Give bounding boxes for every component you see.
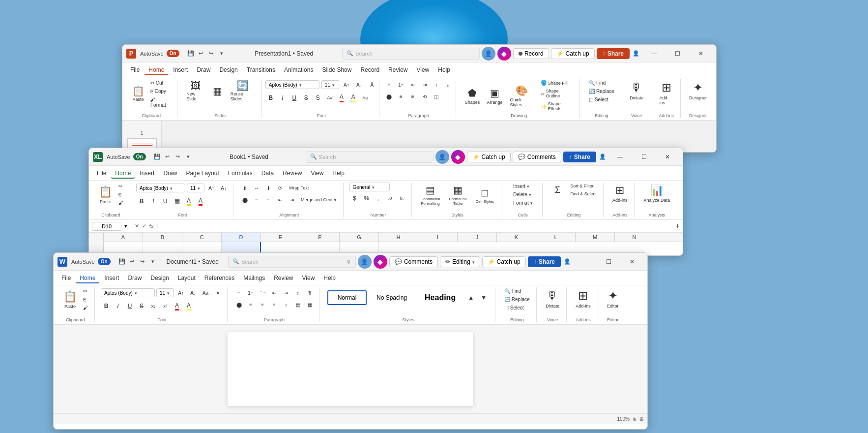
ppt-find-btn[interactable]: 🔍 Find: [586, 79, 617, 87]
xl-menu-review[interactable]: Review: [279, 168, 306, 179]
word-menu-view[interactable]: View: [298, 273, 319, 283]
ppt-menu-transitions[interactable]: Transitions: [243, 64, 279, 75]
word-save-btn[interactable]: 💾: [117, 257, 126, 266]
word-case-btn[interactable]: Aa: [200, 287, 211, 298]
ppt-char-spacing-btn[interactable]: AV: [324, 93, 335, 103]
word-style-normal[interactable]: Normal: [327, 290, 367, 305]
ppt-dictate-btn[interactable]: 🎙 Dictate: [627, 79, 646, 102]
ppt-share-btn[interactable]: ↑ Share: [597, 48, 630, 59]
xl-col-m[interactable]: M: [576, 233, 615, 242]
ppt-highlight-btn[interactable]: A: [348, 93, 359, 103]
xl-col-f[interactable]: F: [300, 233, 340, 242]
xl-find-select-btn[interactable]: Find & Select: [568, 190, 599, 197]
xl-save-btn[interactable]: 💾: [153, 153, 162, 161]
xl-center-align-btn[interactable]: ≡: [251, 194, 262, 205]
ppt-close-btn[interactable]: ✕: [690, 46, 712, 61]
word-superscript-btn[interactable]: x²: [160, 301, 171, 311]
xl-menu-file[interactable]: File: [93, 168, 110, 179]
ppt-bullets-btn[interactable]: ≡: [384, 79, 395, 90]
word-align-left-btn[interactable]: ⬤: [233, 299, 244, 310]
ppt-font-size[interactable]: 11: [321, 80, 339, 89]
word-underline-btn[interactable]: U: [124, 301, 135, 311]
xl-col-b[interactable]: B: [143, 233, 182, 242]
xl-share-btn[interactable]: ↑ Share: [563, 152, 596, 162]
xl-increase-dec-btn[interactable]: .0: [385, 193, 396, 204]
word-justify-btn[interactable]: ≡: [269, 299, 280, 310]
word-line-spacing-btn[interactable]: ↕: [281, 299, 291, 310]
ppt-line-spacing-btn[interactable]: ↕: [431, 79, 442, 90]
xl-menu-view[interactable]: View: [307, 168, 328, 179]
word-decrease-indent-btn[interactable]: ⇤: [269, 287, 280, 298]
xl-merge-btn[interactable]: Merge and Center: [298, 194, 339, 205]
word-share-btn[interactable]: ↑ Share: [528, 256, 561, 267]
xl-col-l[interactable]: L: [536, 233, 576, 242]
xl-menu-insert[interactable]: Insert: [136, 168, 158, 179]
ppt-select-btn[interactable]: ⬚ Select: [586, 96, 617, 103]
word-search-box[interactable]: 🔍 Search 🎙: [228, 256, 356, 268]
word-menu-layout[interactable]: Layout: [174, 273, 200, 283]
xl-col-g[interactable]: G: [340, 233, 379, 242]
word-zoom-icon[interactable]: ⊕: [633, 416, 637, 422]
xl-insert-fn-btn[interactable]: fx: [149, 223, 154, 229]
word-close-btn[interactable]: ✕: [621, 254, 643, 269]
ppt-cut-btn[interactable]: ✂ Cut: [148, 79, 173, 87]
xl-cell-ref[interactable]: D10: [92, 222, 121, 231]
ppt-help-btn[interactable]: 👤: [632, 49, 640, 58]
xl-italic-btn[interactable]: I: [148, 196, 159, 207]
ppt-arrange-btn[interactable]: ▣ Arrange: [484, 86, 505, 106]
ppt-menu-design[interactable]: Design: [215, 64, 241, 75]
ppt-format-painter-btn[interactable]: 🖌 Format: [148, 96, 173, 109]
xl-maximize-btn[interactable]: ☐: [633, 150, 655, 164]
ppt-decrease-indent-btn[interactable]: ⇤: [407, 79, 418, 90]
ppt-undo-btn[interactable]: ↩: [197, 49, 205, 58]
ppt-customize-btn[interactable]: ▾: [217, 49, 226, 58]
xl-grow-font-btn[interactable]: A↑: [206, 183, 217, 193]
word-styles-scroll-up[interactable]: ▲: [465, 292, 476, 303]
xl-comments-btn[interactable]: 💬 Comments: [513, 152, 561, 162]
xl-align-top-btn[interactable]: ⬆: [239, 183, 250, 193]
xl-catch-up-btn[interactable]: ⚡ Catch up: [467, 152, 511, 162]
word-menu-insert[interactable]: Insert: [100, 273, 123, 283]
word-style-nospacing[interactable]: No Spacing: [369, 290, 415, 305]
xl-menu-data[interactable]: Data: [258, 168, 278, 179]
ppt-shape-outline-btn[interactable]: ▱ Shape Outline: [538, 88, 576, 99]
word-strikethrough-btn[interactable]: S: [136, 301, 147, 311]
ppt-gem-btn[interactable]: ◆: [497, 47, 511, 61]
word-menu-file[interactable]: File: [58, 273, 75, 283]
word-numbering-btn[interactable]: 1≡: [245, 287, 256, 298]
ppt-underline-btn[interactable]: U: [289, 93, 300, 103]
word-zoom-fit-icon[interactable]: ⊞: [639, 416, 643, 422]
xl-undo-btn[interactable]: ↩: [163, 153, 172, 161]
word-styles-scroll-down[interactable]: ▼: [478, 292, 489, 303]
ppt-menu-slideshow[interactable]: Slide Show: [318, 64, 355, 75]
word-italic-btn[interactable]: I: [113, 301, 123, 311]
xl-customize-btn[interactable]: ▾: [184, 153, 193, 161]
ppt-quick-styles-btn[interactable]: 🎨 Quick Styles: [507, 83, 536, 109]
word-clear-format-btn[interactable]: ✕: [212, 287, 223, 298]
xl-addins-btn[interactable]: ⊞ Add-ins: [609, 183, 631, 204]
ppt-autosave-toggle[interactable]: On: [167, 50, 179, 57]
xl-col-k[interactable]: K: [497, 233, 536, 242]
xl-sort-filter-btn[interactable]: Sort & Filter: [568, 183, 599, 189]
xl-expand-formula-btn[interactable]: ⬇: [675, 223, 680, 229]
xl-menu-draw[interactable]: Draw: [159, 168, 181, 179]
ppt-copy-btn[interactable]: ⎘ Copy: [148, 88, 173, 95]
ppt-menu-review[interactable]: Review: [384, 64, 411, 75]
ppt-menu-file[interactable]: File: [126, 64, 144, 75]
word-help-btn[interactable]: 👤: [563, 257, 572, 266]
xl-autosave-toggle[interactable]: On: [133, 153, 146, 160]
xl-col-j[interactable]: J: [458, 233, 497, 242]
word-bullets-btn[interactable]: ≡: [233, 287, 244, 298]
xl-bold-btn[interactable]: B: [136, 196, 147, 207]
word-maximize-btn[interactable]: ☐: [597, 254, 620, 269]
ppt-replace-btn[interactable]: 🔄 Replace: [586, 88, 617, 95]
word-shading-btn[interactable]: ▤: [292, 299, 303, 310]
xl-help-btn[interactable]: 👤: [598, 153, 607, 161]
word-undo-btn[interactable]: ↩: [128, 257, 137, 266]
word-menu-help[interactable]: Help: [319, 273, 340, 283]
xl-decrease-indent-btn[interactable]: ⇤: [275, 194, 286, 205]
word-customize-btn[interactable]: ▾: [148, 257, 157, 266]
word-highlight-btn[interactable]: A: [183, 301, 194, 311]
ppt-font-color-btn[interactable]: A: [336, 93, 347, 103]
word-addins-btn[interactable]: ⊞ Add-ins: [573, 287, 594, 310]
